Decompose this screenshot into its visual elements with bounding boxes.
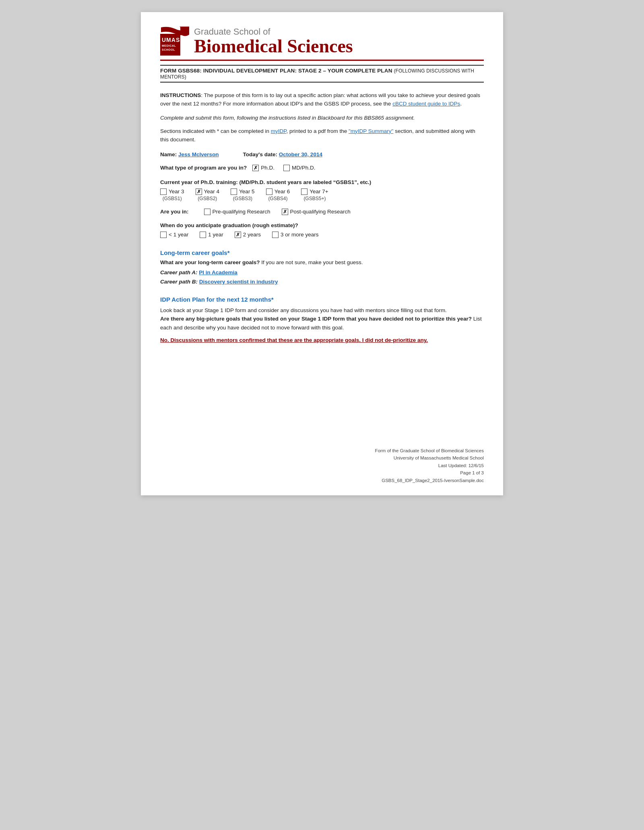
program-question: What type of program are you in? (160, 165, 247, 171)
year4-checkbox[interactable] (196, 188, 202, 195)
cbcd-link[interactable]: cBCD student guide to IDPs (392, 101, 460, 107)
md-phd-label: MD/Ph.D. (292, 165, 316, 171)
idp-body: Look back at your Stage 1 IDP form and c… (160, 306, 484, 332)
year5-label: Year 5 (239, 188, 255, 195)
footer-line2: University of Massachusetts Medical Scho… (375, 454, 484, 462)
phd-year-title: Current year of Ph.D. training: (MD/Ph.D… (160, 179, 484, 185)
career-path-b-value[interactable]: Discovery scientist in industry (199, 279, 278, 285)
header-divider (160, 60, 484, 61)
less-1year-label: < 1 year (169, 232, 188, 238)
idp-body1: Look back at your Stage 1 IDP form and c… (160, 307, 447, 313)
year5-item: Year 5 (GSBS3) (231, 188, 255, 201)
footer-line1: Form of the Graduate School of Biomedica… (375, 447, 484, 454)
2years-label: 2 years (243, 232, 261, 238)
school-name: Graduate School of Biomedical Sciences (194, 27, 353, 55)
year3-row: Year 3 (160, 188, 184, 195)
career-path-a-value[interactable]: PI in Academia (199, 269, 237, 275)
name-date-row: Name: Jess McIverson Today's date: Octob… (160, 151, 484, 157)
career-path-a-label: Career path A: (160, 269, 198, 275)
school-name-line1: Graduate School of (194, 27, 353, 37)
year6-label: Year 6 (275, 188, 290, 195)
post-qualifying-checkbox[interactable] (282, 209, 288, 215)
idp-answer: No. Discussions with mentors confirmed t… (160, 336, 484, 345)
year5-checkbox[interactable] (231, 188, 237, 195)
year-options: Year 3 (GSBS1) Year 4 (GSBS2) Year 5 (GS… (160, 188, 484, 201)
pre-qualifying-checkbox[interactable] (204, 209, 211, 215)
logo-area: UMASS MEDICAL SCHOOL Graduate School of … (160, 27, 353, 56)
myidp-link[interactable]: myIDP (271, 128, 287, 134)
year7-checkbox[interactable] (301, 188, 308, 195)
md-phd-option[interactable]: MD/Ph.D. (283, 165, 316, 171)
italic-instruction: Complete and submit this form, following… (160, 114, 484, 122)
less-1year-option[interactable]: < 1 year (160, 232, 188, 238)
year5-row: Year 5 (231, 188, 255, 195)
1year-checkbox[interactable] (200, 232, 206, 238)
idp-section-title: IDP Action Plan for the next 12 months* (160, 296, 484, 303)
footer-line4: Page 1 of 3 (375, 469, 484, 476)
md-phd-checkbox[interactable] (283, 165, 290, 171)
instructions-text2: . (460, 101, 462, 107)
year6-checkbox[interactable] (266, 188, 272, 195)
phd-option[interactable]: Ph.D. (252, 165, 275, 171)
year3-item: Year 3 (GSBS1) (160, 188, 184, 201)
post-qualifying-option[interactable]: Post-qualifying Research (282, 209, 351, 215)
footer-line5: GSBS_68_IDP_Stage2_2015-IversonSample.do… (375, 477, 484, 484)
phd-checkbox[interactable] (252, 165, 259, 171)
2years-option[interactable]: 2 years (235, 232, 261, 238)
graduation-title: When do you anticipate graduation (rough… (160, 222, 484, 228)
svg-text:MEDICAL: MEDICAL (162, 44, 176, 47)
header: UMASS MEDICAL SCHOOL Graduate School of … (160, 27, 484, 56)
name-field: Name: Jess McIverson (160, 151, 219, 157)
umass-logo-icon: UMASS MEDICAL SCHOOL (160, 27, 189, 56)
career-path-b: Career path B: Discovery scientist in in… (160, 279, 484, 285)
page-footer: Form of the Graduate School of Biomedica… (375, 447, 484, 484)
svg-text:SCHOOL: SCHOOL (162, 48, 175, 51)
less-1year-checkbox[interactable] (160, 232, 167, 238)
long-term-goals-title: Long-term career goals* (160, 249, 484, 256)
are-you-in-row: Are you in: Pre-qualifying Research Post… (160, 209, 484, 215)
pre-qualifying-option[interactable]: Pre-qualifying Research (204, 209, 270, 215)
sections-line: Sections indicated with * can be complet… (160, 127, 484, 144)
career-path-b-label: Career path B: (160, 279, 198, 285)
post-qualifying-label: Post-qualifying Research (290, 209, 351, 215)
year7-row: Year 7+ (301, 188, 328, 195)
long-term-goals-section: Long-term career goals* What are your lo… (160, 249, 484, 285)
are-you-in-label: Are you in: (160, 209, 189, 215)
year6-sub: (GSBS4) (268, 196, 287, 201)
date-field: Today's date: October 30, 2014 (243, 151, 322, 157)
3more-years-label: 3 or more years (281, 232, 319, 238)
idp-answer-link[interactable]: No. Discussions with mentors confirmed t… (160, 337, 428, 343)
name-value: Jess McIverson (178, 151, 219, 157)
graduation-section: When do you anticipate graduation (rough… (160, 222, 484, 238)
program-type-row: What type of program are you in? Ph.D. M… (160, 165, 484, 171)
3more-years-option[interactable]: 3 or more years (272, 232, 319, 238)
year3-sub: (GSBS1) (163, 196, 182, 201)
date-label: Today's date: (243, 151, 277, 157)
sections-text1: Sections indicated with * can be complet… (160, 128, 269, 134)
career-question-bold: What are your long-term career goals? (160, 259, 260, 265)
myidp-summary-link[interactable]: "myIDP Summary" (349, 128, 393, 134)
footer-line3: Last Updated: 12/6/15 (375, 462, 484, 469)
year6-item: Year 6 (GSBS4) (266, 188, 290, 201)
form-title-main: FORM GSBS68: INDIVIDUAL DEVELOPMENT PLAN… (160, 68, 392, 74)
program-options: Ph.D. MD/Ph.D. (252, 165, 315, 171)
name-label: Name: (160, 151, 177, 157)
sections-text2: , printed to a pdf from the (286, 128, 347, 134)
year3-checkbox[interactable] (160, 188, 167, 195)
year4-item: Year 4 (GSBS2) (196, 188, 220, 201)
date-value: October 30, 2014 (279, 151, 322, 157)
year3-label: Year 3 (169, 188, 184, 195)
3more-years-checkbox[interactable] (272, 232, 279, 238)
2years-checkbox[interactable] (235, 232, 241, 238)
year6-row: Year 6 (266, 188, 290, 195)
instructions-block: INSTRUCTIONS: The purpose of this form i… (160, 91, 484, 108)
year4-row: Year 4 (196, 188, 220, 195)
1year-option[interactable]: 1 year (200, 232, 223, 238)
graduation-options: < 1 year 1 year 2 years 3 or more years (160, 232, 484, 238)
year7-sub: (GSBS5+) (303, 196, 326, 201)
year7-item: Year 7+ (GSBS5+) (301, 188, 328, 201)
idp-body2: Are there any big-picture goals that you… (160, 316, 472, 322)
year7-label: Year 7+ (310, 188, 328, 195)
phd-year-section: Current year of Ph.D. training: (MD/Ph.D… (160, 179, 484, 201)
page-container: UMASS MEDICAL SCHOOL Graduate School of … (141, 12, 503, 495)
